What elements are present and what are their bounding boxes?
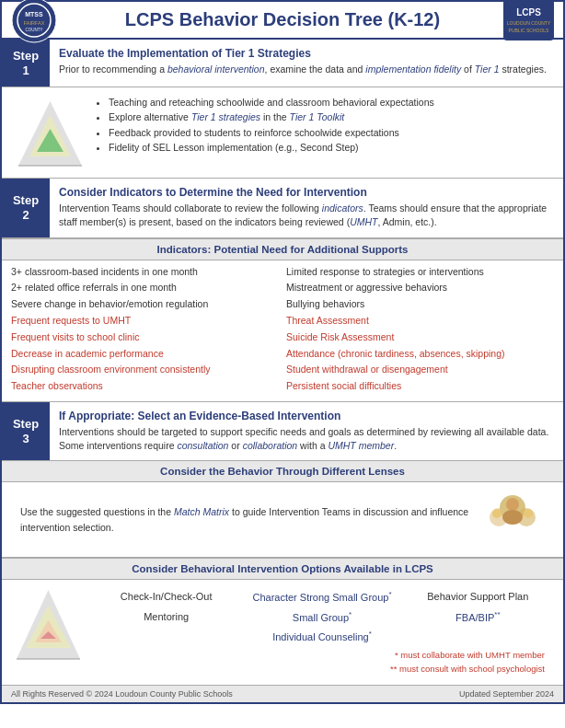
ind-left-7: Disrupting classroom environment consist… — [11, 362, 279, 377]
svg-point-19 — [524, 509, 533, 518]
svg-text:FAIRFAX: FAIRFAX — [24, 20, 45, 26]
interventions-section: Consider Behavioral Intervention Options… — [2, 558, 563, 685]
int-individual-counseling: Individual Counseling* — [246, 629, 398, 644]
footer-right: Updated September 2024 — [459, 689, 554, 699]
intervention-options-grid: Check-In/Check-Out Character Strong Smal… — [90, 585, 554, 647]
int-empty-right — [402, 629, 554, 644]
ind-right-1: Limited response to strategies or interv… — [286, 264, 554, 280]
ind-right-4: Threat Assessment — [286, 313, 554, 329]
svg-text:COUNTY: COUNTY — [26, 28, 43, 32]
step2-content: Consider Indicators to Determine the Nee… — [50, 179, 563, 237]
int-fba-bip: FBA/BIP** — [402, 609, 554, 625]
step1-row: Step 1 Evaluate the Implementation of Ti… — [2, 40, 563, 87]
ind-right-6: Attendance (chronic tardiness, absences,… — [286, 346, 554, 362]
svg-text:PUBLIC SCHOOLS: PUBLIC SCHOOLS — [509, 28, 550, 33]
step3-row: Step 3 If Appropriate: Select an Evidenc… — [2, 402, 563, 461]
svg-point-17 — [502, 510, 523, 525]
svg-text:MTSS: MTSS — [25, 11, 43, 17]
bullet-2: Explore alternative Tier 1 strategies in… — [109, 110, 552, 124]
logo-right: LCPS LOUDOUN COUNTY PUBLIC SCHOOLS — [503, 0, 554, 40]
step3-title: If Appropriate: Select an Evidence-Based… — [59, 410, 554, 422]
tier1-triangle-icon — [16, 97, 85, 170]
step1-title: Evaluate the Implementation of Tier 1 St… — [59, 47, 554, 60]
ind-right-7: Student withdrawal or disengagement — [286, 362, 554, 377]
int-character-strong: Character Strong Small Group* — [246, 589, 398, 605]
step3-badge: Step 3 — [2, 402, 50, 460]
bullet-3: Feedback provided to students to reinfor… — [109, 125, 552, 140]
tier1-section: Teaching and reteaching schoolwide and c… — [2, 87, 563, 179]
page-title: LCPS Behavior Decision Tree (K-12) — [125, 9, 440, 30]
svg-point-16 — [506, 498, 519, 511]
person-graphic-icon — [480, 490, 545, 549]
svg-text:LCPS: LCPS — [516, 7, 541, 17]
step1-content: Evaluate the Implementation of Tier 1 St… — [50, 40, 563, 87]
lenses-header: Consider the Behavior Through Different … — [2, 461, 563, 482]
logo-left: MTSS FAIRFAX COUNTY — [11, 0, 57, 43]
ind-left-6: Decrease in academic performance — [11, 346, 279, 362]
tier1-bullets: Teaching and reteaching schoolwide and c… — [86, 95, 552, 155]
interventions-header: Consider Behavioral Intervention Options… — [2, 558, 563, 580]
int-small-group: Small Group* — [246, 609, 398, 625]
svg-point-18 — [492, 509, 502, 518]
ind-right-5: Suicide Risk Assessment — [286, 329, 554, 345]
int-empty-left — [90, 629, 242, 644]
int-check-in-check-out: Check-In/Check-Out — [90, 589, 242, 605]
indicators-header: Indicators: Potential Need for Additiona… — [2, 238, 563, 260]
lenses-section: Consider the Behavior Through Different … — [2, 461, 563, 558]
ind-left-2: 2+ related office referrals in one month — [11, 280, 279, 295]
ind-left-1: 3+ classroom-based incidents in one mont… — [11, 264, 279, 280]
step3-content: If Appropriate: Select an Evidence-Based… — [50, 402, 563, 460]
person-group-icon — [480, 490, 545, 549]
int-note2: ** must consult with school psychologist — [90, 662, 545, 676]
indicators-grid: 3+ classroom-based incidents in one mont… — [2, 260, 563, 401]
ind-right-3: Bullying behaviors — [286, 296, 554, 312]
interventions-triangle-wrap — [11, 585, 85, 664]
step2-title: Consider Indicators to Determine the Nee… — [59, 186, 554, 199]
bullet-1: Teaching and reteaching schoolwide and c… — [109, 95, 552, 110]
step3-desc: Interventions should be targeted to supp… — [59, 425, 554, 453]
mtss-logo-icon: MTSS FAIRFAX COUNTY — [11, 0, 57, 43]
ind-right-8: Persistent social difficulties — [286, 378, 554, 394]
int-behavior-support-plan: Behavior Support Plan — [402, 589, 554, 605]
step1-desc: Prior to recommending a behavioral inter… — [59, 63, 554, 76]
footer: All Rights Reserved © 2024 Loudoun Count… — [2, 685, 563, 702]
ind-left-5: Frequent visits to school clinic — [11, 329, 279, 345]
header: MTSS FAIRFAX COUNTY LCPS Behavior Decisi… — [2, 2, 563, 40]
step2-desc: Intervention Teams should collaborate to… — [59, 202, 554, 229]
step1-badge: Step 1 — [2, 40, 50, 87]
page: MTSS FAIRFAX COUNTY LCPS Behavior Decisi… — [0, 0, 565, 704]
step2-row: Step 2 Consider Indicators to Determine … — [2, 179, 563, 237]
step2-badge: Step 2 — [2, 179, 50, 237]
svg-text:LOUDOUN COUNTY: LOUDOUN COUNTY — [507, 20, 551, 26]
int-note1: * must collaborate with UMHT member — [90, 648, 545, 662]
ind-left-3: Severe change in behavior/emotion regula… — [11, 296, 279, 312]
bullet-4: Fidelity of SEL Lesson implementation (e… — [109, 140, 552, 155]
ind-left-4: Frequent requests to UMHT — [11, 313, 279, 329]
lcps-logo-icon: LCPS LOUDOUN COUNTY PUBLIC SCHOOLS — [503, 0, 554, 40]
indicators-section: Indicators: Potential Need for Additiona… — [2, 238, 563, 402]
int-mentoring: Mentoring — [90, 609, 242, 625]
lenses-content: Use the suggested questions in the Match… — [2, 482, 563, 557]
tier1-triangle-wrap — [13, 95, 86, 170]
ind-left-8: Teacher observations — [11, 378, 279, 394]
ind-right-2: Mistreatment or aggressive behaviors — [286, 280, 554, 295]
lenses-text: Use the suggested questions in the Match… — [20, 504, 471, 536]
interventions-body: Check-In/Check-Out Character Strong Smal… — [2, 580, 563, 685]
interventions-triangle-icon — [14, 585, 83, 664]
intervention-notes: * must collaborate with UMHT member ** m… — [90, 648, 554, 679]
footer-left: All Rights Reserved © 2024 Loudoun Count… — [11, 689, 233, 699]
